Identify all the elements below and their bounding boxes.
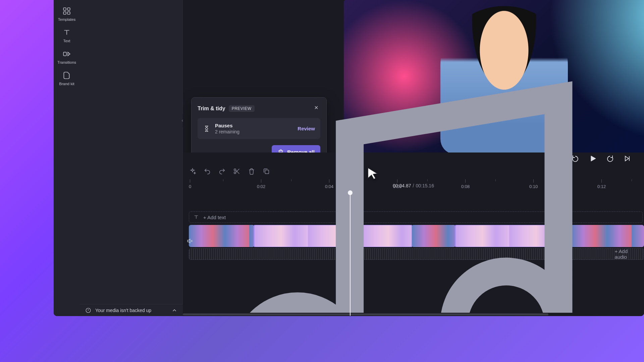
- svg-rect-0: [63, 8, 66, 10]
- mouse-cursor: [366, 167, 380, 182]
- rail-label: Templates: [58, 17, 75, 21]
- svg-rect-1: [67, 8, 70, 10]
- svg-rect-2: [63, 12, 66, 14]
- app-window: Templates Text Transitions Brand kit You…: [54, 0, 644, 316]
- svg-rect-3: [67, 12, 70, 14]
- timeline-tracks: + Add text + Add audio: [183, 191, 644, 238]
- warning-icon: [85, 307, 91, 313]
- text-icon: [62, 28, 71, 37]
- add-audio-label: + Add audio: [615, 248, 640, 260]
- main-area: Trim & tidy PREVIEW Pauses 2 remaining R…: [183, 0, 644, 316]
- ruler-mark: 0: [189, 179, 191, 189]
- mute-icon[interactable]: [186, 238, 193, 244]
- transitions-icon: [62, 50, 71, 58]
- rail-label: Brand kit: [59, 82, 74, 86]
- skip-end-icon: [624, 155, 632, 163]
- skip-end-button[interactable]: [623, 154, 633, 164]
- rail-brandkit[interactable]: Brand kit: [57, 68, 77, 89]
- brandkit-icon: [62, 71, 71, 80]
- svg-rect-4: [63, 52, 66, 56]
- chevron-up-icon: [171, 307, 177, 313]
- timeline-scrollbar[interactable]: [183, 313, 644, 316]
- tool-rail: Templates Text Transitions Brand kit: [54, 0, 80, 316]
- scrollbar-thumb[interactable]: [183, 313, 548, 315]
- rail-text[interactable]: Text: [57, 25, 77, 46]
- audio-track-placeholder[interactable]: + Add audio: [189, 248, 644, 260]
- rail-label: Text: [63, 39, 70, 43]
- music-icon: [193, 46, 611, 316]
- status-bar[interactable]: Your media isn't backed up: [80, 304, 183, 316]
- side-panel: Your media isn't backed up: [80, 0, 183, 316]
- templates-icon: [62, 7, 71, 15]
- rail-templates[interactable]: Templates: [57, 3, 77, 25]
- rail-label: Transitions: [57, 60, 76, 64]
- playhead[interactable]: [350, 192, 351, 316]
- rail-transitions[interactable]: Transitions: [57, 46, 77, 68]
- status-text: Your media isn't backed up: [95, 308, 151, 313]
